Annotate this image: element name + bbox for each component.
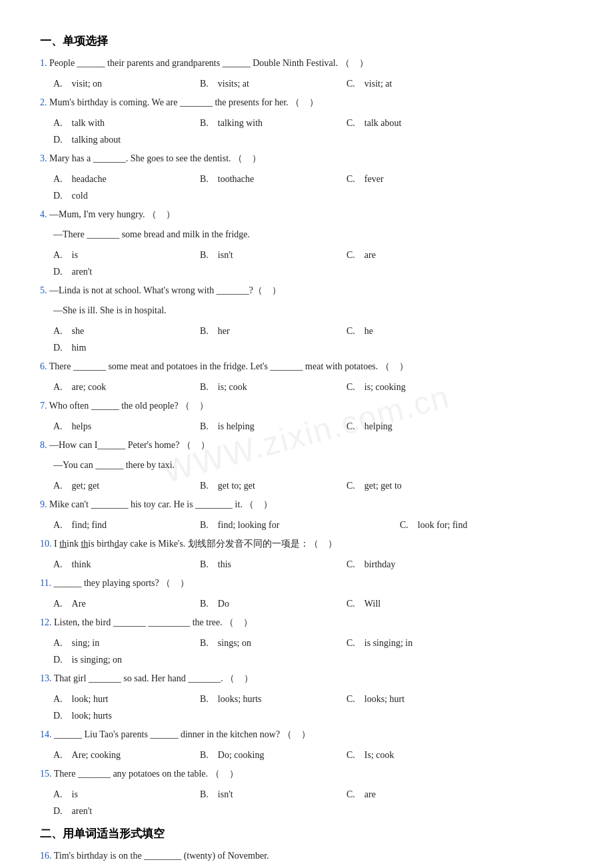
option-7c: C. helping xyxy=(346,418,493,435)
option-14b: B. Do; cooking xyxy=(200,747,346,763)
options-7: A. helps B. is helping C. helping xyxy=(53,418,573,435)
options-1: A. visit; on B. visits; at C. visit; at xyxy=(53,75,573,92)
options-12: A. sing; in B. sings; on C. is singing; … xyxy=(53,635,573,668)
option-4a: A. is xyxy=(53,247,200,263)
question-14: 14. ______ Liu Tao's parents ______ dinn… xyxy=(40,727,573,743)
question-15: 15. There _______ any potatoes on the ta… xyxy=(40,766,573,782)
option-12a: A. sing; in xyxy=(53,635,200,651)
option-8b: B. get to; get xyxy=(200,477,346,494)
option-6b: B. is; cook xyxy=(200,379,346,395)
option-12b: B. sings; on xyxy=(200,635,346,651)
option-7a: A. helps xyxy=(53,418,200,435)
options-13: A. look; hurt B. looks; hurts C. looks; … xyxy=(53,691,573,724)
option-1b: B. visits; at xyxy=(200,75,346,92)
question-9: 9. Mike can't ________ his toy car. He i… xyxy=(40,497,573,513)
option-11a: A. Are xyxy=(53,595,200,612)
option-9a: A. find; find xyxy=(53,517,200,533)
option-4d: D. aren't xyxy=(53,263,200,280)
option-6c: C. is; cooking xyxy=(346,379,493,395)
option-10c: C. birthday xyxy=(346,556,493,573)
option-2d: D. talking about xyxy=(53,131,200,148)
option-5d: D. him xyxy=(53,339,200,356)
options-3: A. headache B. toothache C. fever D. col… xyxy=(53,171,573,204)
underline-10-1: th xyxy=(59,539,67,549)
option-10a: A. think xyxy=(53,556,200,573)
option-7b: B. is helping xyxy=(200,418,346,435)
question-8: 8. —How can I______ Peter's home? （ ） xyxy=(40,437,573,453)
option-12c: C. is singing; in xyxy=(346,635,493,651)
options-4: A. is B. isn't C. are D. aren't xyxy=(53,247,573,280)
options-10: A. think B. this C. birthday xyxy=(53,556,573,573)
question-16: 16. Tim's birthday is on the ________ (t… xyxy=(40,848,573,864)
option-2c: C. talk about xyxy=(346,115,493,131)
option-11b: B. Do xyxy=(200,595,346,612)
question-3: 3. Mary has a _______. She goes to see t… xyxy=(40,151,573,167)
section1-title: 一、单项选择 xyxy=(40,33,573,49)
options-2: A. talk with B. talking with C. talk abo… xyxy=(53,115,573,148)
question-5-dialog: —She is ill. She is in hospital. xyxy=(53,303,573,319)
option-8a: A. get; get xyxy=(53,477,200,494)
option-3a: A. headache xyxy=(53,171,200,187)
options-6: A. are; cook B. is; cook C. is; cooking xyxy=(53,379,573,395)
option-1a: A. visit; on xyxy=(53,75,200,92)
question-13: 13. That girl _______ so sad. Her hand _… xyxy=(40,671,573,687)
option-5a: A. she xyxy=(53,323,200,339)
underline-10-3: d xyxy=(115,539,119,549)
option-15a: A. is xyxy=(53,786,200,803)
option-11c: C. Will xyxy=(346,595,493,612)
option-12d: D. is singing; on xyxy=(53,651,200,668)
option-10b: B. this xyxy=(200,556,346,573)
question-10: 10. I think this birthday cake is Mike's… xyxy=(40,536,573,552)
section2-title: 二、用单词适当形式填空 xyxy=(40,826,573,841)
question-5: 5. —Linda is not at school. What's wrong… xyxy=(40,283,573,299)
option-2a: A. talk with xyxy=(53,115,200,131)
option-13d: D. look; hurts xyxy=(53,707,200,724)
option-1c: C. visit; at xyxy=(346,75,493,92)
options-14: A. Are; cooking B. Do; cooking C. Is; co… xyxy=(53,747,573,763)
option-13a: A. look; hurt xyxy=(53,691,200,707)
option-3d: D. cold xyxy=(53,187,200,204)
option-15d: D. aren't xyxy=(53,803,200,819)
option-2b: B. talking with xyxy=(200,115,346,131)
question-6: 6. There _______ some meat and potatoes … xyxy=(40,359,573,375)
options-11: A. Are B. Do C. Will xyxy=(53,595,573,612)
option-6a: A. are; cook xyxy=(53,379,200,395)
option-15b: B. isn't xyxy=(200,786,346,803)
question-4: 4. —Mum, I'm very hungry. （ ） xyxy=(40,207,573,223)
question-11: 11. ______ they playing sports? （ ） xyxy=(40,575,573,591)
question-1: 1. People ______ their parents and grand… xyxy=(40,55,573,71)
option-4b: B. isn't xyxy=(200,247,346,263)
options-15: A. is B. isn't C. are D. aren't xyxy=(53,786,573,819)
options-8: A. get; get B. get to; get C. get; get t… xyxy=(53,477,573,494)
options-9: A. find; find B. find; looking for C. lo… xyxy=(53,517,573,533)
option-5c: C. he xyxy=(346,323,493,339)
option-9c: C. look for; find xyxy=(400,517,546,533)
option-14a: A. Are; cooking xyxy=(53,747,200,763)
question-8-dialog: —You can ______ there by taxi. xyxy=(53,457,573,473)
question-4-dialog: —There _______ some bread and milk in th… xyxy=(53,227,573,243)
option-14c: C. Is; cook xyxy=(346,747,493,763)
option-13c: C. looks; hurt xyxy=(346,691,493,707)
option-9b: B. find; looking for xyxy=(200,517,400,533)
question-12: 12. Listen, the bird _______ _________ t… xyxy=(40,615,573,631)
option-13b: B. looks; hurts xyxy=(200,691,346,707)
options-5: A. she B. her C. he D. him xyxy=(53,323,573,356)
option-3c: C. fever xyxy=(346,171,493,187)
option-15c: C. are xyxy=(346,786,493,803)
underline-10-2: th xyxy=(81,539,88,549)
option-5b: B. her xyxy=(200,323,346,339)
option-8c: C. get; get to xyxy=(346,477,493,494)
question-2: 2. Mum's birthday is coming. We are ____… xyxy=(40,95,573,111)
option-3b: B. toothache xyxy=(200,171,346,187)
question-7: 7. Who often ______ the old people? （ ） xyxy=(40,398,573,414)
option-4c: C. are xyxy=(346,247,493,263)
